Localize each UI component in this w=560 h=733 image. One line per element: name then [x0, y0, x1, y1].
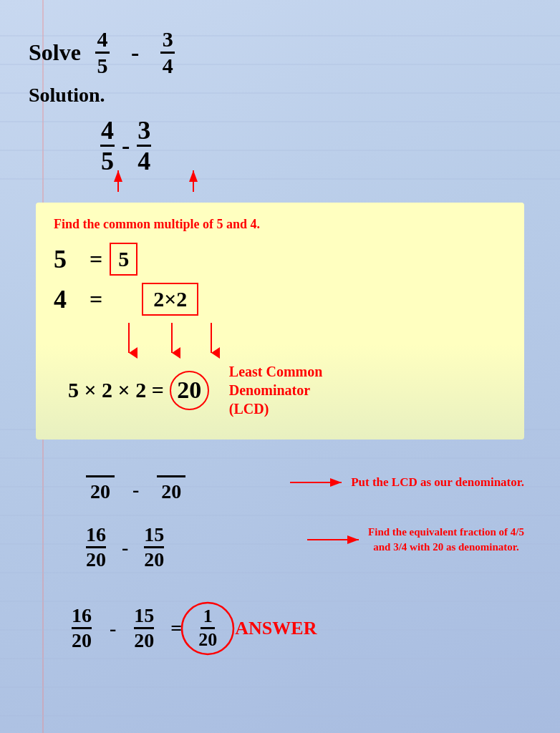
step3-frac2: 15 20 [144, 525, 164, 570]
ans-frac2-num: 15 [134, 606, 154, 629]
blank-frac2: 20 [157, 475, 185, 503]
box-5: 5 [110, 243, 137, 276]
answer-frac2: 15 20 [134, 606, 154, 651]
equals-2: = [90, 286, 102, 313]
solution-fraction2: 3 4 [137, 117, 151, 174]
answer-circle: 1 20 [198, 607, 217, 649]
sol-frac1-num: 4 [100, 117, 115, 147]
factor-4: 4 [54, 284, 82, 314]
solve-section: Solve 4 5 - 3 4 [29, 21, 531, 77]
step3-frac2-den: 20 [144, 548, 164, 570]
box-2x2: 2×2 [142, 283, 198, 316]
problem-frac1-den: 5 [95, 54, 110, 77]
solution-minus: - [122, 132, 130, 160]
factor-row-5: 5 = 5 [54, 243, 506, 276]
lcd-result: 20 [170, 371, 209, 410]
solution-label: Solution. [29, 84, 531, 107]
answer-frac1: 16 20 [72, 606, 92, 651]
step2-text: Put the LCD as our denominator. [351, 474, 524, 491]
step3-text: Find the equivalent fraction of 4/5and 3… [368, 525, 524, 555]
ans-result-den: 20 [198, 629, 217, 649]
answer-section: 16 20 - 15 20 = 1 20 ANSWER [72, 606, 531, 651]
blank-denom-2: 20 [161, 480, 181, 503]
step3-frac1-num: 16 [86, 525, 106, 548]
problem-minus: - [131, 39, 139, 67]
step3-frac2-num: 15 [144, 525, 164, 548]
step2-arrow [290, 472, 347, 493]
step3-frac1: 16 20 [86, 525, 106, 570]
step3-arrow [307, 529, 365, 550]
factor-5: 5 [54, 244, 82, 274]
solve-label: Solve [29, 39, 81, 66]
ans-frac2-den: 20 [134, 629, 154, 651]
problem-fraction2: 3 4 [160, 29, 175, 77]
step2-minus: - [132, 478, 139, 501]
problem-frac1-num: 4 [95, 29, 110, 54]
sol-frac2-num: 3 [137, 117, 151, 147]
answer-minus: - [110, 617, 116, 640]
find-text: Find the common multiple of 5 and 4. [54, 217, 506, 232]
step2-section: 20 - 20 Put the LCD as [86, 475, 531, 503]
answer-result-fraction: 1 20 [198, 607, 217, 649]
down-arrows [61, 323, 276, 362]
blank-fraction-row: 20 - 20 Put the LCD as [86, 475, 531, 503]
blank-top-1 [86, 475, 115, 477]
blank-frac1: 20 [86, 475, 115, 503]
problem-frac2-den: 4 [160, 54, 175, 77]
equals-1: = [90, 246, 102, 273]
solution-arrows [100, 167, 279, 195]
lcd-row: 5 × 2 × 2 = 20 Least Common Denominator … [68, 362, 506, 418]
yellow-box: Find the common multiple of 5 and 4. 5 =… [36, 203, 524, 440]
ans-result-num: 1 [201, 607, 215, 629]
blank-top-2 [157, 475, 185, 477]
answer-row: 16 20 - 15 20 = 1 20 ANSWER [72, 606, 531, 651]
lcd-formula: 5 × 2 × 2 = [68, 378, 164, 402]
step3-minus: - [122, 536, 128, 559]
ans-frac1-num: 16 [72, 606, 92, 629]
lcd-label: Least Common Denominator (LCD) [229, 362, 372, 418]
answer-label: ANSWER [235, 618, 317, 639]
step3-section: 16 20 - 15 20 Find the [86, 525, 531, 570]
step3-annotation: Find the equivalent fraction of 4/5and 3… [307, 525, 524, 555]
solution-fraction1: 4 5 [100, 117, 115, 174]
factor-row-4: 4 = 2×2 [54, 283, 506, 316]
blank-denom-1: 20 [90, 480, 110, 503]
ans-frac1-den: 20 [72, 629, 92, 651]
step3-frac1-den: 20 [86, 548, 106, 570]
problem-frac2-num: 3 [160, 29, 175, 54]
value-fraction-row: 16 20 - 15 20 Find the [86, 525, 531, 570]
step2-annotation: Put the LCD as our denominator. [290, 472, 524, 493]
problem-fraction1: 4 5 [95, 29, 110, 77]
